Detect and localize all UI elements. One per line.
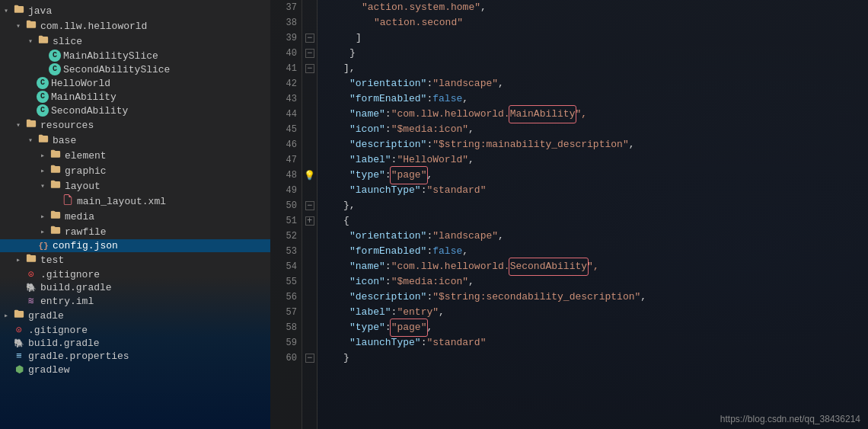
gutter-cell [302, 229, 317, 244]
token: , [468, 274, 474, 290]
gutter-cell [302, 335, 317, 351]
folder-icon [24, 118, 38, 132]
token: , [480, 0, 487, 15]
gutter-cell [302, 76, 317, 91]
line-number: 39 [270, 30, 297, 46]
token: ", [587, 259, 599, 274]
sidebar-item-.gitignore-app[interactable]: ⊙.gitignore [0, 267, 270, 281]
line-number: 42 [270, 76, 297, 91]
sidebar-item-gradlew[interactable]: ⬢gradlew [0, 363, 270, 376]
token: ], [343, 61, 356, 76]
gutter-cell [302, 305, 317, 320]
token: "standard" [426, 335, 486, 351]
sidebar-item-label: config.json [53, 240, 270, 251]
sidebar-item-label: SecondAbility [51, 105, 270, 117]
gutter-cell: − [302, 351, 317, 366]
code-line: "icon": "$media:icon", [325, 122, 868, 137]
gutter-cell: 💡 [302, 168, 317, 183]
sidebar-item-com.llw.helloworld[interactable]: ▾com.llw.helloworld [0, 18, 270, 34]
token: "com.llw.helloworld. [391, 107, 510, 122]
folder-icon [49, 149, 62, 162]
fold-close-icon[interactable]: − [305, 34, 314, 43]
gutter-cell [302, 244, 317, 259]
fold-close-icon[interactable]: − [305, 49, 314, 58]
sidebar-item-base[interactable]: ▾base [0, 133, 270, 148]
gutter-cell [302, 274, 317, 290]
code-line: "name": "com.llw.helloworld.MainAbility"… [325, 107, 868, 122]
sidebar-item-label: slice [53, 36, 270, 47]
line-number: 43 [270, 91, 297, 107]
token: "type" [349, 320, 385, 335]
sidebar-item-java[interactable]: ▾java [0, 3, 270, 18]
sidebar-item-label: com.llw.helloworld [40, 21, 270, 32]
gutter-cell [302, 152, 317, 168]
sidebar-item-label: base [53, 135, 270, 146]
token: : [385, 122, 391, 137]
sidebar-item-graphic[interactable]: ▸graphic [0, 163, 270, 178]
token: , [462, 244, 468, 259]
gutter-cell: + [302, 213, 317, 229]
code-line: "type": "page", [325, 168, 868, 183]
token: , [498, 76, 504, 91]
sidebar-item-resources[interactable]: ▾resources [0, 117, 270, 133]
token: "description" [349, 137, 426, 152]
gutter-cell [302, 91, 317, 107]
code-line: } [325, 351, 868, 366]
sidebar-item-SecondAbilitySlice[interactable]: CSecondAbilitySlice [0, 62, 270, 76]
token: "description" [349, 290, 426, 305]
sidebar-item-SecondAbility[interactable]: CSecondAbility [0, 104, 270, 117]
sidebar-item-config.json[interactable]: {}config.json [0, 239, 270, 252]
code-editor: 3738394041424344454647484950515253545556… [270, 0, 868, 429]
token: "label" [349, 305, 391, 320]
file-c-icon: C [37, 91, 49, 103]
sidebar-item-gradle.properties[interactable]: ≡gradle.properties [0, 350, 270, 363]
sidebar-item-build.gradle-app[interactable]: 🐘build.gradle [0, 281, 270, 294]
sidebar-item-test[interactable]: ▸test [0, 252, 270, 267]
token: "formEnabled" [349, 244, 426, 259]
token: , [468, 122, 474, 137]
gutter-cell [302, 0, 317, 15]
fold-close-icon[interactable]: − [305, 201, 314, 210]
token: : [426, 137, 432, 152]
line-number: 38 [270, 15, 297, 30]
token: : [421, 183, 427, 198]
line-number: 41 [270, 61, 297, 76]
fold-close-icon[interactable]: − [305, 64, 314, 73]
token: : [426, 244, 432, 259]
sidebar-item-MainAbility[interactable]: CMainAbility [0, 90, 270, 104]
gutter-cell: − [302, 30, 317, 46]
sidebar-item-main_layout.xml[interactable]: main_layout.xml [0, 194, 270, 209]
sidebar-item-HelloWorld[interactable]: CHelloWorld [0, 76, 270, 90]
sidebar-item-media[interactable]: ▸media [0, 209, 270, 224]
line-number: 56 [270, 290, 297, 305]
token: "$media:icon" [391, 274, 468, 290]
token: : [426, 91, 432, 107]
fold-close-icon[interactable]: − [305, 354, 314, 363]
token: : [385, 107, 391, 122]
sidebar-item-MainAbilitySlice[interactable]: CMainAbilitySlice [0, 49, 270, 62]
sidebar-item-element[interactable]: ▸element [0, 148, 270, 163]
gutter-cell [302, 259, 317, 274]
sidebar-item-entry.iml[interactable]: ≋entry.iml [0, 294, 270, 308]
sidebar-item-layout[interactable]: ▾layout [0, 178, 270, 194]
sidebar-item-build.gradle[interactable]: 🐘build.gradle [0, 337, 270, 350]
token: : [426, 290, 432, 305]
sidebar-item-slice[interactable]: ▾slice [0, 34, 270, 49]
token: : [426, 76, 432, 91]
token: "icon" [349, 122, 385, 137]
token: , [498, 229, 504, 244]
sidebar-item-rawfile[interactable]: ▸rawfile [0, 224, 270, 239]
sidebar-item-.gitignore[interactable]: ⊙.gitignore [0, 323, 270, 337]
code-line: "action.system.home", [325, 0, 868, 15]
gutter-cell: − [302, 198, 317, 213]
token: , [468, 152, 474, 168]
fold-open-icon[interactable]: + [305, 216, 314, 226]
line-number: 45 [270, 122, 297, 137]
sidebar-item-gradle[interactable]: ▸gradle [0, 308, 270, 323]
token: : [385, 259, 391, 274]
token: "HelloWorld" [397, 152, 468, 168]
warning-icon: 💡 [304, 170, 315, 181]
file-gradle-icon: 🐘 [24, 283, 38, 293]
token: : [385, 320, 391, 335]
file-tree: ▾java▾com.llw.helloworld▾sliceCMainAbili… [0, 0, 270, 429]
